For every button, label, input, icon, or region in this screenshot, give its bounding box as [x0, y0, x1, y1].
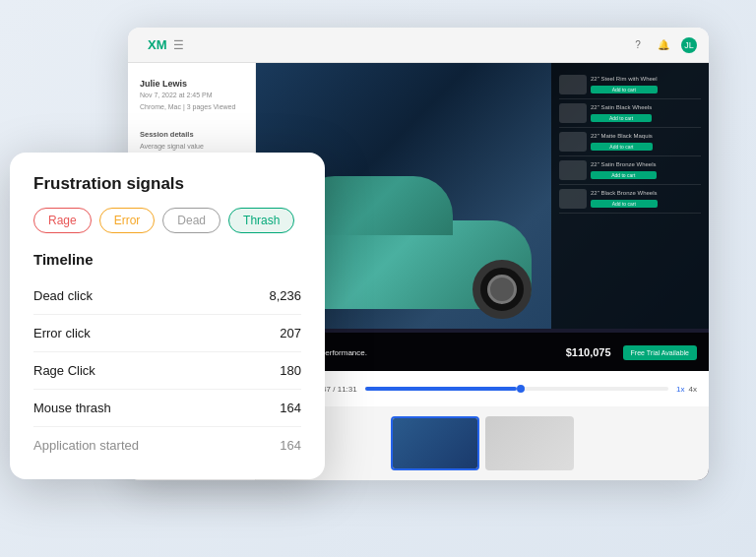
- product-thumb-4: [559, 160, 587, 180]
- timeline-value-0: 8,236: [269, 288, 301, 303]
- tag-thrash[interactable]: Thrash: [228, 208, 294, 233]
- progress-fill: [365, 387, 517, 391]
- product-thumb-2: [559, 103, 587, 123]
- product-thumb-3: [559, 132, 587, 152]
- avg-signal-label: Average signal value: [140, 143, 243, 150]
- browser-header-icons: ? 🔔 JL: [630, 37, 697, 53]
- timeline-value-2: 180: [280, 363, 301, 378]
- timeline-row-2: Rage Click 180: [33, 352, 301, 390]
- product-item-5: 22" Black Bronze Wheels Add to cart: [559, 185, 701, 214]
- price-amount: $110,075: [566, 346, 611, 358]
- timeline-value-3: 164: [280, 401, 301, 415]
- thumb-inner-2: [485, 416, 574, 470]
- timeline-label-3: Mouse thrash: [33, 401, 111, 415]
- progress-dot: [517, 385, 525, 393]
- browser-topbar: XM ☰ ? 🔔 JL: [128, 28, 709, 63]
- product-item-2: 22" Satin Black Wheels Add to cart: [559, 99, 701, 128]
- timeline-label-2: Rage Click: [33, 363, 95, 378]
- wheel-rim-right: [487, 275, 517, 304]
- xm-logo: XM ☰: [148, 37, 184, 52]
- user-browser: Chrome, Mac | 3 pages Viewed: [140, 102, 243, 112]
- product-thumb-5: [559, 189, 587, 209]
- timeline-row-1: Error click 207: [33, 315, 301, 352]
- product-btn-4[interactable]: Add to cart: [591, 171, 657, 180]
- session-details-title: Session details: [140, 130, 243, 139]
- user-name: Julie Lewis: [140, 79, 243, 89]
- frustration-signals-card: Frustration signals Rage Error Dead Thra…: [10, 153, 325, 479]
- thumbnail-1[interactable]: [391, 416, 479, 470]
- products-panel: 22" Steel Rim with Wheel Add to cart 22"…: [551, 63, 709, 329]
- product-item-4: 22" Satin Bronze Wheels Add to cart: [559, 156, 701, 185]
- product-item-3: 22" Matte Black Maquis Add to cart: [559, 128, 701, 156]
- timeline-row-3: Mouse thrash 164: [33, 390, 301, 427]
- timeline-value-4: 164: [280, 438, 301, 453]
- product-info-3: 22" Matte Black Maquis Add to cart: [591, 133, 653, 151]
- product-btn-1[interactable]: Add to cart: [591, 86, 658, 94]
- product-info-1: 22" Steel Rim with Wheel Add to cart: [591, 76, 658, 93]
- product-item-1: 22" Steel Rim with Wheel Add to cart: [559, 71, 701, 99]
- speed-controls: 1x 4x: [676, 385, 697, 394]
- product-btn-2[interactable]: Add to cart: [591, 114, 652, 123]
- timeline-label-4: Application started: [33, 438, 139, 453]
- product-btn-3[interactable]: Add to cart: [591, 143, 653, 152]
- tag-rage[interactable]: Rage: [33, 208, 92, 233]
- speed-4x[interactable]: 4x: [689, 385, 697, 394]
- product-info-5: 22" Black Bronze Wheels Add to cart: [591, 190, 658, 208]
- product-info-2: 22" Satin Black Wheels Add to cart: [591, 104, 652, 122]
- logo-text: XM: [148, 37, 167, 52]
- cta-button[interactable]: Free Trial Available: [623, 345, 697, 360]
- question-icon[interactable]: ?: [630, 37, 646, 53]
- thumbnail-2[interactable]: [485, 416, 574, 470]
- product-info-4: 22" Satin Bronze Wheels Add to cart: [591, 161, 657, 179]
- menu-icon[interactable]: ☰: [173, 38, 184, 52]
- bell-icon[interactable]: 🔔: [656, 37, 671, 53]
- tag-dead[interactable]: Dead: [162, 208, 220, 233]
- timeline-row-4: Application started 164: [33, 427, 301, 464]
- product-thumb-1: [559, 75, 587, 94]
- timeline-label-1: Error click: [33, 326, 91, 340]
- timeline-table: Dead click 8,236 Error click 207 Rage Cl…: [33, 278, 301, 464]
- speed-1x[interactable]: 1x: [676, 385, 684, 394]
- frustration-title: Frustration signals: [33, 174, 301, 194]
- progress-bar[interactable]: [365, 387, 668, 391]
- timeline-label-0: Dead click: [33, 288, 93, 303]
- timeline-row-0: Dead click 8,236: [33, 278, 301, 315]
- car-wheel-right: [472, 260, 532, 319]
- signal-tags: Rage Error Dead Thrash: [33, 208, 301, 233]
- timeline-title: Timeline: [33, 251, 301, 268]
- product-btn-5[interactable]: Add to cart: [591, 200, 658, 209]
- timeline-value-1: 207: [280, 326, 301, 340]
- user-info: Julie Lewis Nov 7, 2022 at 2:45 PM Chrom…: [140, 75, 243, 120]
- user-avatar[interactable]: JL: [681, 37, 697, 53]
- user-date: Nov 7, 2022 at 2:45 PM: [140, 91, 243, 100]
- thumb-inner-1: [393, 418, 477, 468]
- tag-error[interactable]: Error: [99, 208, 156, 233]
